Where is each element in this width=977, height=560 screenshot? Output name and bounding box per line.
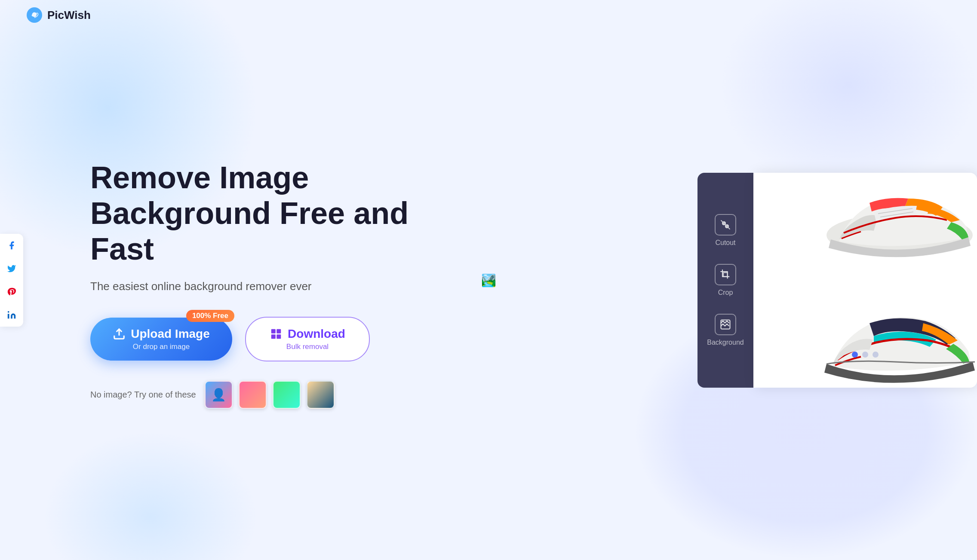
download-button[interactable]: Download Bulk removal bbox=[245, 317, 370, 361]
sample-image-1[interactable] bbox=[205, 381, 233, 409]
upload-icon bbox=[113, 327, 126, 340]
sample-images-list bbox=[205, 381, 335, 409]
upload-btn-sub-text: Or drop an image bbox=[133, 343, 190, 351]
svg-point-1 bbox=[8, 311, 9, 312]
header: PicWish bbox=[0, 0, 977, 30]
sample-images-row: No image? Try one of these bbox=[90, 381, 426, 409]
upload-btn-main-text: Upload Image bbox=[113, 327, 210, 341]
headline-line2: Background Free and Fast bbox=[90, 196, 409, 266]
action-buttons: 100% Free Upload Image Or drop an image bbox=[90, 317, 426, 361]
upload-button-wrapper: 100% Free Upload Image Or drop an image bbox=[90, 318, 232, 361]
social-sidebar bbox=[0, 234, 23, 327]
logo-icon bbox=[26, 6, 43, 24]
shoe-bottom bbox=[809, 280, 977, 388]
dot-3 bbox=[873, 352, 879, 358]
headline-line1: Remove Image bbox=[90, 160, 309, 195]
crop-label: Crop bbox=[718, 289, 733, 297]
svg-rect-11 bbox=[723, 272, 727, 276]
sample-image-2[interactable] bbox=[239, 381, 267, 409]
no-image-text: No image? Try one of these bbox=[90, 390, 196, 400]
background-icon bbox=[715, 314, 736, 335]
svg-rect-5 bbox=[271, 334, 276, 339]
download-btn-sub-text: Bulk removal bbox=[286, 343, 329, 351]
tool-panel: Cutout Crop Background bbox=[697, 173, 753, 388]
shoes-display-area bbox=[753, 173, 977, 388]
hero-headline: Remove Image Background Free and Fast bbox=[90, 160, 426, 266]
tool-background[interactable]: Background bbox=[707, 314, 744, 346]
svg-rect-3 bbox=[271, 329, 276, 333]
dot-2 bbox=[862, 352, 868, 358]
download-windows-icon bbox=[270, 327, 283, 340]
tool-cutout[interactable]: Cutout bbox=[715, 214, 736, 247]
logo-text: PicWish bbox=[47, 9, 91, 22]
upload-button[interactable]: Upload Image Or drop an image bbox=[90, 318, 232, 361]
hero-section: Remove Image Background Free and Fast Th… bbox=[90, 151, 426, 408]
carousel-dots bbox=[852, 352, 879, 358]
cutout-icon bbox=[715, 214, 736, 236]
background-label: Background bbox=[707, 339, 744, 346]
free-badge: 100% Free bbox=[186, 310, 234, 322]
svg-rect-6 bbox=[277, 334, 281, 339]
logo[interactable]: PicWish bbox=[26, 6, 91, 24]
right-panel: Cutout Crop Background bbox=[697, 173, 977, 388]
social-pinterest-button[interactable] bbox=[0, 280, 23, 303]
hero-subtitle: The easiest online background remover ev… bbox=[90, 280, 426, 293]
svg-rect-4 bbox=[277, 329, 281, 333]
dot-1 bbox=[852, 352, 858, 358]
tool-crop[interactable]: Crop bbox=[715, 264, 736, 297]
social-twitter-button[interactable] bbox=[0, 257, 23, 280]
shoe-top bbox=[818, 173, 977, 267]
download-btn-main-text: Download bbox=[270, 327, 345, 341]
sample-image-4[interactable] bbox=[307, 381, 335, 409]
cutout-label: Cutout bbox=[715, 239, 735, 247]
social-facebook-button[interactable] bbox=[0, 234, 23, 257]
social-linkedin-button[interactable] bbox=[0, 303, 23, 327]
crop-icon bbox=[715, 264, 736, 285]
sample-image-3[interactable] bbox=[273, 381, 301, 409]
